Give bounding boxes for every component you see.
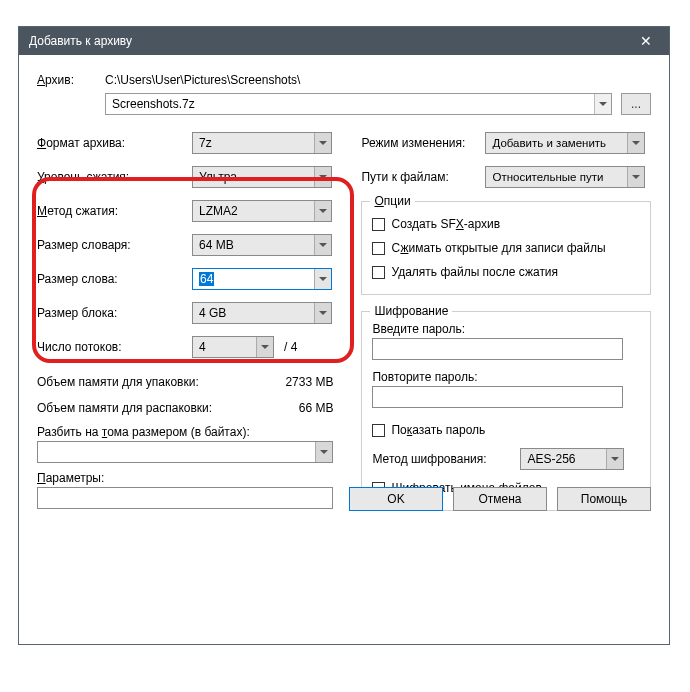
threads-max: / 4 (284, 340, 297, 354)
chevron-down-icon[interactable] (314, 167, 331, 187)
checkbox-icon[interactable] (372, 266, 385, 279)
chevron-down-icon[interactable] (606, 449, 623, 469)
mem-pack-value: 2733 MB (285, 375, 361, 389)
right-column: Режим изменения: Добавить и заменить Пут… (361, 129, 651, 511)
checkbox-icon[interactable] (372, 424, 385, 437)
chevron-down-icon[interactable] (314, 133, 331, 153)
mode-combo[interactable]: Добавить и заменить (485, 132, 645, 154)
window-title: Добавить к архиву (29, 34, 627, 48)
enc-method-combo[interactable]: AES-256 (520, 448, 624, 470)
dict-label: Размер словаря: (37, 238, 192, 252)
delete-checkbox-row[interactable]: Удалять файлы после сжатия (372, 260, 640, 284)
sfx-checkbox-row[interactable]: Создать SFX-архив (372, 212, 640, 236)
options-title: Опции (370, 194, 414, 208)
checkbox-icon[interactable] (372, 218, 385, 231)
archive-filename-combo[interactable]: Screenshots.7z (105, 93, 612, 115)
params-label: Параметры: (37, 471, 361, 485)
archive-filename-value: Screenshots.7z (112, 97, 195, 111)
word-combo[interactable]: 64 (192, 268, 332, 290)
checkbox-icon[interactable] (372, 242, 385, 255)
chevron-down-icon[interactable] (594, 94, 611, 114)
encryption-title: Шифрование (370, 304, 452, 318)
threads-label: Число потоков: (37, 340, 192, 354)
dict-combo[interactable]: 64 MB (192, 234, 332, 256)
level-combo[interactable]: Ультра (192, 166, 332, 188)
archive-label: Архив: (37, 73, 105, 87)
cancel-button[interactable]: Отмена (453, 487, 547, 511)
chevron-down-icon[interactable] (314, 235, 331, 255)
method-label: Метод сжатия: (37, 204, 192, 218)
button-bar: OK Отмена Помощь (349, 487, 651, 511)
chevron-down-icon[interactable] (314, 201, 331, 221)
threads-combo[interactable]: 4 (192, 336, 274, 358)
chevron-down-icon[interactable] (314, 303, 331, 323)
chevron-down-icon[interactable] (315, 442, 332, 462)
word-label: Размер слова: (37, 272, 192, 286)
left-column: Формат архива: 7z Уровень сжатия: Ультра… (37, 129, 361, 511)
pwd1-label: Введите пароль: (372, 322, 640, 336)
mem-unpack-label: Объем памяти для распаковки: (37, 401, 299, 415)
chevron-down-icon[interactable] (627, 167, 644, 187)
level-label: Уровень сжатия: (37, 170, 192, 184)
archive-path: C:\Users\User\Pictures\Screenshots\ (105, 73, 651, 87)
mode-label: Режим изменения: (361, 136, 485, 150)
archive-filename-row: Screenshots.7z ... (37, 93, 651, 115)
mem-unpack-value: 66 MB (299, 401, 362, 415)
help-button[interactable]: Помощь (557, 487, 651, 511)
block-label: Размер блока: (37, 306, 192, 320)
show-password-row[interactable]: Показать пароль (372, 418, 640, 442)
encryption-group: Шифрование Введите пароль: Повторите пар… (361, 311, 651, 511)
shared-checkbox-row[interactable]: Сжимать открытые для записи файлы (372, 236, 640, 260)
titlebar[interactable]: Добавить к архиву ✕ (19, 27, 669, 55)
close-icon[interactable]: ✕ (627, 27, 665, 55)
method-combo[interactable]: LZMA2 (192, 200, 332, 222)
dialog-body: Архив: C:\Users\User\Pictures\Screenshot… (19, 55, 669, 525)
block-combo[interactable]: 4 GB (192, 302, 332, 324)
paths-combo[interactable]: Относительные пути (485, 166, 645, 188)
split-label: Разбить на тома размером (в байтах): (37, 425, 361, 439)
pwd2-label: Повторите пароль: (372, 370, 640, 384)
chevron-down-icon[interactable] (314, 269, 331, 289)
browse-button[interactable]: ... (621, 93, 651, 115)
password-repeat-input[interactable] (372, 386, 623, 408)
format-label: Формат архива: (37, 136, 192, 150)
password-input[interactable] (372, 338, 623, 360)
archive-path-row: Архив: C:\Users\User\Pictures\Screenshot… (37, 73, 651, 87)
enc-method-label: Метод шифрования: (372, 452, 520, 466)
split-combo[interactable] (37, 441, 333, 463)
chevron-down-icon[interactable] (627, 133, 644, 153)
dialog-window: Добавить к архиву ✕ Архив: C:\Users\User… (18, 26, 670, 645)
mem-pack-label: Объем памяти для упаковки: (37, 375, 285, 389)
paths-label: Пути к файлам: (361, 170, 485, 184)
ok-button[interactable]: OK (349, 487, 443, 511)
params-input[interactable] (37, 487, 333, 509)
options-group: Опции Создать SFX-архив Сжимать открытые… (361, 201, 651, 295)
chevron-down-icon[interactable] (256, 337, 273, 357)
format-combo[interactable]: 7z (192, 132, 332, 154)
